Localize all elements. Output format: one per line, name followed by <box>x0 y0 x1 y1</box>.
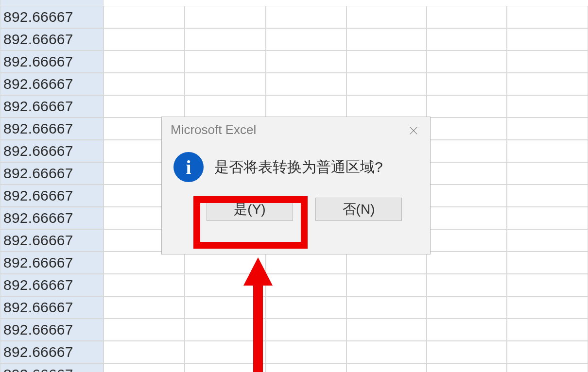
cell[interactable] <box>507 319 588 341</box>
cell[interactable] <box>427 252 507 274</box>
cell[interactable] <box>104 274 185 296</box>
cell[interactable] <box>507 185 588 207</box>
cell[interactable] <box>266 363 347 372</box>
cell[interactable] <box>104 296 185 319</box>
cell-a[interactable]: 892.66667 <box>0 51 104 73</box>
cell[interactable] <box>507 51 588 73</box>
cell[interactable] <box>104 319 185 341</box>
cell[interactable] <box>185 73 266 95</box>
cell-a[interactable]: 892.66667 <box>0 73 104 95</box>
cell[interactable] <box>104 341 185 363</box>
cell[interactable] <box>266 51 347 73</box>
cell-a[interactable]: 892.66667 <box>0 207 104 229</box>
cell[interactable] <box>507 252 588 274</box>
cell[interactable] <box>185 95 266 118</box>
cell-a[interactable]: 892.66667 <box>0 6 104 28</box>
cell-a[interactable]: 892.66667 <box>0 118 104 140</box>
cell-a[interactable]: 892.66667 <box>0 252 104 274</box>
no-button[interactable]: 否(N) <box>315 198 402 221</box>
cell[interactable] <box>427 274 507 296</box>
cell-a[interactable]: 892.66667 <box>0 296 104 319</box>
cell[interactable] <box>427 140 507 162</box>
yes-button[interactable]: 是(Y) <box>207 198 293 221</box>
cell[interactable] <box>507 118 588 140</box>
cell-a[interactable]: 892.66667 <box>0 95 104 118</box>
cell[interactable] <box>427 6 507 28</box>
cell[interactable] <box>185 296 266 319</box>
cell[interactable] <box>266 252 347 274</box>
cell-a[interactable]: 892.66667 <box>0 162 104 185</box>
cell[interactable] <box>427 363 507 372</box>
cell[interactable] <box>507 229 588 252</box>
cell[interactable] <box>507 6 588 28</box>
cell-a[interactable]: 892.66667 <box>0 140 104 162</box>
cell[interactable] <box>346 274 427 296</box>
cell[interactable] <box>507 73 588 95</box>
cell[interactable] <box>266 274 347 296</box>
cell[interactable] <box>266 319 347 341</box>
cell[interactable] <box>427 185 507 207</box>
cell[interactable] <box>185 274 266 296</box>
cell[interactable] <box>427 73 507 95</box>
cell[interactable] <box>507 95 588 118</box>
cell[interactable] <box>185 252 266 274</box>
cell[interactable] <box>266 73 347 95</box>
cell[interactable] <box>266 28 347 51</box>
cell[interactable] <box>346 51 427 73</box>
cell-a[interactable]: 892.66667 <box>0 274 104 296</box>
cell[interactable] <box>266 95 347 118</box>
cell-a[interactable]: 892.66667 <box>0 229 104 252</box>
cell[interactable] <box>346 252 427 274</box>
cell[interactable] <box>427 319 507 341</box>
cell[interactable] <box>427 296 507 319</box>
cell[interactable] <box>346 319 427 341</box>
cell[interactable] <box>104 73 185 95</box>
cell[interactable] <box>507 207 588 229</box>
cell-a[interactable]: 892.66667 <box>0 341 104 363</box>
cell[interactable] <box>507 140 588 162</box>
cell[interactable] <box>346 363 427 372</box>
cell[interactable] <box>507 296 588 319</box>
cell[interactable] <box>104 252 185 274</box>
cell[interactable] <box>346 341 427 363</box>
cell-a[interactable]: 892.66667 <box>0 185 104 207</box>
cell[interactable] <box>185 6 266 28</box>
cell[interactable] <box>507 28 588 51</box>
cell[interactable] <box>346 296 427 319</box>
cell[interactable] <box>507 341 588 363</box>
cell[interactable] <box>346 28 427 51</box>
cell[interactable] <box>185 319 266 341</box>
cell[interactable] <box>266 296 347 319</box>
cell[interactable] <box>427 95 507 118</box>
cell[interactable] <box>427 51 507 73</box>
cell[interactable] <box>104 6 185 28</box>
dialog-close-button[interactable] <box>404 121 423 140</box>
cell[interactable] <box>427 341 507 363</box>
cell[interactable] <box>507 162 588 185</box>
cell-a[interactable]: 892.66667 <box>0 363 104 372</box>
cell[interactable] <box>104 28 185 51</box>
cell[interactable] <box>427 229 507 252</box>
cell[interactable] <box>104 363 185 372</box>
cell[interactable] <box>185 363 266 372</box>
cell[interactable] <box>185 341 266 363</box>
cell[interactable] <box>427 28 507 51</box>
cell[interactable] <box>507 274 588 296</box>
cell[interactable] <box>427 207 507 229</box>
cell[interactable] <box>346 95 427 118</box>
cell[interactable] <box>104 95 185 118</box>
cell[interactable] <box>104 51 185 73</box>
cell-a[interactable]: 892.66667 <box>0 28 104 51</box>
convert-table-dialog: Microsoft Excel i 是否将表转换为普通区域? 是(Y) 否(N) <box>161 117 431 254</box>
cell-a[interactable]: 892.66667 <box>0 319 104 341</box>
cell[interactable] <box>266 6 347 28</box>
cell[interactable] <box>346 6 427 28</box>
cell[interactable] <box>427 118 507 140</box>
cell[interactable] <box>185 28 266 51</box>
cell[interactable] <box>346 73 427 95</box>
cell[interactable] <box>427 162 507 185</box>
dialog-message: 是否将表转换为普通区域? <box>214 157 383 177</box>
cell[interactable] <box>266 341 347 363</box>
cell[interactable] <box>507 363 588 372</box>
cell[interactable] <box>185 51 266 73</box>
